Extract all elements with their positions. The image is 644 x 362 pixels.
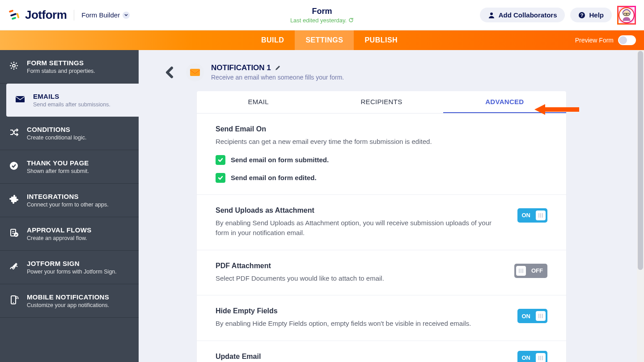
- sidebar-item-thank-you[interactable]: THANK YOU PAGEShown after form submit.: [0, 150, 139, 184]
- toggle-knob: [536, 311, 546, 321]
- sidebar-item-emails[interactable]: EMAILSSend emails after submissions.: [6, 84, 139, 117]
- refresh-icon: [348, 17, 354, 23]
- preview-label: Preview Form: [575, 37, 614, 44]
- sidebar-item-conditions[interactable]: CONDITIONSCreate conditional logic.: [0, 117, 139, 150]
- main-nav: BUILD SETTINGS PUBLISH Preview Form: [0, 30, 644, 50]
- toggle-hide-empty[interactable]: ON: [517, 309, 548, 323]
- top-header: Jotform Form Builder Form Last edited ye…: [0, 0, 644, 30]
- svg-text:?: ?: [580, 13, 584, 18]
- pencil-icon[interactable]: [275, 65, 281, 71]
- svg-rect-3: [16, 13, 20, 18]
- section-desc: Select PDF Documents you would like to a…: [216, 274, 493, 284]
- check-circle-icon: [8, 160, 20, 172]
- checkbox-label: Send email on form submitted.: [231, 156, 329, 164]
- dropdown-label: Form Builder: [81, 11, 120, 19]
- toggle-knob: [516, 266, 526, 276]
- tab-settings[interactable]: SETTINGS: [295, 30, 354, 50]
- section-desc: By enabling Send Uploads as Attachment o…: [216, 218, 493, 238]
- svg-rect-2: [12, 17, 17, 20]
- checkbox-edited[interactable]: [216, 173, 225, 183]
- svg-rect-12: [16, 96, 25, 102]
- inner-tab-recipients[interactable]: RECIPIENTS: [320, 91, 443, 113]
- last-edited-label: Last edited yesterday.: [290, 17, 354, 24]
- page-title: Form: [290, 7, 354, 16]
- svg-rect-18: [190, 69, 200, 76]
- svg-rect-1: [10, 13, 17, 16]
- svg-point-17: [13, 302, 14, 303]
- mobile-icon: [8, 294, 20, 306]
- brand-name: Jotform: [25, 8, 67, 22]
- inner-tab-email[interactable]: EMAIL: [197, 91, 320, 113]
- check-icon: [217, 175, 224, 181]
- add-collaborators-button[interactable]: Add Collaborators: [480, 8, 565, 22]
- sidebar-item-approval-flows[interactable]: APPROVAL FLOWSCreate an approval flow.: [0, 217, 139, 251]
- notification-title: NOTIFICATION 1: [211, 63, 271, 72]
- clipboard-check-icon: [8, 227, 20, 239]
- shuffle-icon: [8, 126, 20, 138]
- check-icon: [217, 157, 224, 163]
- section-pdf-attachment: PDF Attachment Select PDF Documents you …: [197, 250, 566, 296]
- builder-dropdown[interactable]: Form Builder: [81, 11, 130, 19]
- section-update-email: Update Email ON: [197, 341, 566, 362]
- chevron-down-icon: [123, 12, 130, 19]
- section-title: Send Uploads as Attachment: [216, 206, 547, 215]
- section-title: Send Email On: [216, 125, 547, 133]
- content-area: NOTIFICATION 1 Receive an email when som…: [139, 50, 644, 362]
- checkbox-row-edited: Send email on form edited.: [216, 173, 547, 183]
- section-title: PDF Attachment: [216, 262, 547, 270]
- sidebar-item-form-settings[interactable]: FORM SETTINGSForm status and properties.: [0, 50, 139, 84]
- section-desc: By enabling Hide Empty Fields option, em…: [216, 319, 493, 329]
- section-title: Update Email: [216, 353, 547, 361]
- checkbox-label: Send email on form edited.: [231, 174, 317, 181]
- settings-sidebar: FORM SETTINGSForm status and properties.…: [0, 50, 139, 362]
- sidebar-item-mobile-notifications[interactable]: MOBILE NOTIFICATIONSCustomize your app n…: [0, 284, 139, 318]
- brand-logo[interactable]: Jotform: [8, 8, 67, 22]
- back-button[interactable]: [165, 63, 174, 80]
- signature-icon: [8, 261, 20, 272]
- svg-point-4: [490, 13, 493, 15]
- checkbox-row-submitted: Send email on form submitted.: [216, 155, 547, 165]
- checkbox-submitted[interactable]: [216, 155, 225, 165]
- scrollbar-thumb[interactable]: [638, 51, 643, 270]
- section-desc: Recipients can get a new email every tim…: [216, 137, 493, 147]
- preview-toggle-group: Preview Form: [575, 35, 644, 45]
- puzzle-icon: [8, 194, 20, 205]
- svg-rect-0: [9, 9, 14, 13]
- toggle-pdf-attachment[interactable]: OFF: [514, 264, 547, 278]
- toggle-update-email[interactable]: ON: [517, 351, 548, 362]
- inner-tabs: EMAIL RECIPIENTS ADVANCED: [197, 91, 566, 114]
- header-actions: Add Collaborators ? Help: [480, 6, 636, 25]
- divider: [74, 10, 74, 21]
- form-title-block: Form Last edited yesterday.: [290, 7, 354, 24]
- preview-toggle[interactable]: [618, 35, 636, 45]
- sidebar-item-jotform-sign[interactable]: JOTFORM SIGNPower your forms with Jotfor…: [0, 251, 139, 284]
- gear-icon: [8, 60, 20, 72]
- nav-tabs: BUILD SETTINGS PUBLISH: [250, 30, 408, 50]
- notification-icon: [186, 63, 204, 81]
- section-uploads-attachment: Send Uploads as Attachment By enabling S…: [197, 195, 566, 250]
- jotform-logo-icon: [8, 8, 21, 22]
- panel-header: NOTIFICATION 1 Receive an email when som…: [165, 63, 644, 81]
- help-icon: ?: [578, 12, 585, 19]
- user-avatar[interactable]: [617, 6, 636, 25]
- tab-build[interactable]: BUILD: [250, 30, 295, 50]
- main-layout: FORM SETTINGSForm status and properties.…: [0, 50, 644, 362]
- avatar-icon: [619, 6, 635, 25]
- notification-subtitle: Receive an email when someone fills your…: [211, 74, 344, 81]
- help-button[interactable]: ? Help: [570, 8, 612, 22]
- toggle-knob: [536, 210, 546, 220]
- sidebar-item-integrations[interactable]: INTEGRATIONSConnect your form to other a…: [0, 184, 139, 217]
- chevron-left-icon: [165, 66, 174, 79]
- mail-icon: [14, 93, 26, 105]
- toggle-knob: [536, 353, 546, 362]
- svg-point-11: [13, 64, 15, 67]
- toggle-uploads-attachment[interactable]: ON: [517, 208, 548, 223]
- settings-card: EMAIL RECIPIENTS ADVANCED Send Email On …: [197, 91, 566, 362]
- person-icon: [488, 12, 495, 19]
- section-send-email-on: Send Email On Recipients can get a new e…: [197, 114, 566, 195]
- tab-publish[interactable]: PUBLISH: [354, 30, 408, 50]
- section-hide-empty: Hide Empty Fields By enabling Hide Empty…: [197, 295, 566, 341]
- section-title: Hide Empty Fields: [216, 307, 547, 315]
- inner-tab-advanced[interactable]: ADVANCED: [443, 91, 566, 113]
